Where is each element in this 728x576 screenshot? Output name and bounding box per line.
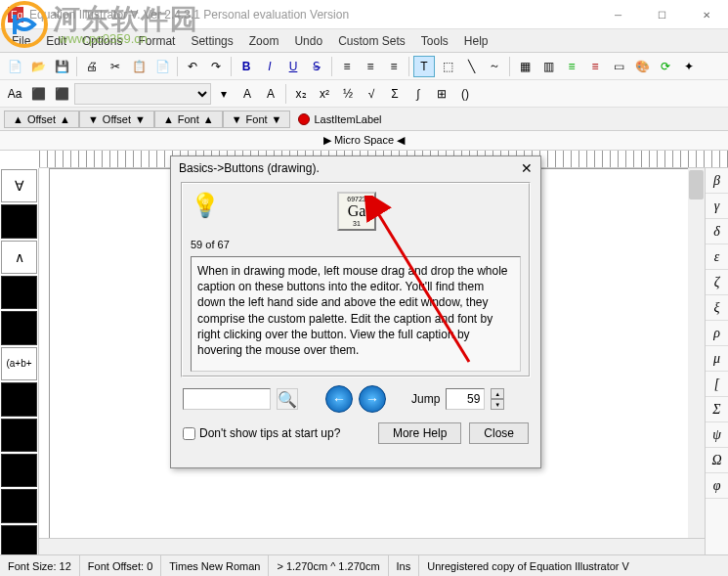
left-symbol-palette: ∀ ∧ (a+b+	[0, 168, 39, 559]
symbol-blank[interactable]	[1, 525, 37, 558]
symbol-rho[interactable]: ρ	[706, 321, 728, 346]
style-icon[interactable]: ⬛	[27, 83, 49, 105]
jump-spinner[interactable]: ▲▼	[491, 388, 504, 410]
sum-icon[interactable]: Σ	[384, 83, 406, 105]
close-button[interactable]: ✕	[684, 0, 728, 29]
paste-icon[interactable]: 📄	[151, 56, 173, 77]
symbol-blank[interactable]	[1, 311, 37, 344]
size-icon[interactable]: A	[236, 83, 258, 105]
jump-input[interactable]	[446, 388, 485, 410]
symbol-blank[interactable]	[1, 454, 37, 487]
symbol-blank[interactable]	[1, 419, 37, 452]
box-icon[interactable]: ▭	[608, 56, 629, 77]
text-tool-icon[interactable]: T	[413, 56, 435, 77]
star-icon[interactable]: ✦	[678, 56, 700, 77]
font-tool-icon[interactable]: Aa	[4, 83, 25, 105]
cut-icon[interactable]: ✂	[105, 56, 126, 77]
menu-tools[interactable]: Tools	[413, 32, 456, 50]
symbol-gamma[interactable]: γ	[706, 194, 728, 219]
symbol-epsilon[interactable]: ε	[706, 244, 728, 270]
menu-settings[interactable]: Settings	[183, 32, 240, 50]
symbol-phi[interactable]: φ	[706, 473, 728, 499]
grid2-icon[interactable]: ▥	[537, 56, 559, 77]
matrix-icon[interactable]: ⊞	[431, 83, 452, 105]
menu-edit[interactable]: Edit	[38, 32, 74, 50]
menu-file[interactable]: File	[4, 32, 38, 50]
symbol-xi[interactable]: ξ	[706, 295, 728, 321]
bracket-icon[interactable]: ()	[454, 83, 476, 105]
symbol-blank[interactable]	[1, 489, 37, 522]
menu-help[interactable]: Help	[456, 32, 496, 50]
symbol-blank[interactable]	[1, 276, 37, 309]
gallium-button[interactable]: 69723 Ga 31	[337, 192, 376, 231]
new-icon[interactable]: 📄	[4, 56, 25, 77]
int-icon[interactable]: ∫	[407, 83, 429, 105]
color-icon[interactable]: 🎨	[631, 56, 653, 77]
symbol-bracket[interactable]: [	[706, 372, 728, 397]
symbol-ab[interactable]: (a+b+	[1, 347, 37, 380]
save-icon[interactable]: 💾	[51, 56, 72, 77]
sqrt-icon[interactable]: √	[361, 83, 382, 105]
size2-icon[interactable]: A	[260, 83, 281, 105]
font-up-button[interactable]: ▲ Font ▲	[154, 111, 223, 128]
align-right-icon[interactable]: ≡	[383, 56, 405, 77]
grid-icon[interactable]: ▦	[514, 56, 535, 77]
close-dialog-button[interactable]: Close	[469, 422, 529, 444]
select-icon[interactable]: ⬚	[437, 56, 458, 77]
dont-show-checkbox[interactable]	[183, 427, 195, 440]
font-size-down-icon[interactable]: ▾	[213, 83, 235, 105]
align-left-icon[interactable]: ≡	[336, 56, 358, 77]
symbol-wedge[interactable]: ∧	[1, 241, 37, 274]
underline-icon[interactable]: U	[282, 56, 304, 77]
font-down-button[interactable]: ▼ Font ▼	[223, 111, 291, 128]
micro-space-bar[interactable]: ▶ Micro Space ◀	[0, 131, 728, 151]
align-center-icon[interactable]: ≡	[360, 56, 381, 77]
redo-icon[interactable]: ↷	[205, 56, 227, 77]
symbol-psi[interactable]: ψ	[706, 422, 728, 448]
sup-icon[interactable]: x²	[314, 83, 335, 105]
search-icon[interactable]: 🔍	[277, 388, 298, 410]
menu-zoom[interactable]: Zoom	[241, 32, 287, 50]
lines-icon[interactable]: ≡	[561, 56, 582, 77]
symbol-mu[interactable]: μ	[706, 346, 728, 372]
curve-icon[interactable]: ～	[484, 56, 505, 77]
symbol-blank[interactable]	[1, 204, 37, 238]
symbol-sigma[interactable]: Σ	[706, 397, 728, 422]
next-tip-button[interactable]: →	[359, 385, 386, 413]
menu-options[interactable]: Options	[74, 32, 130, 50]
search-input[interactable]	[183, 388, 271, 410]
menu-custom-sets[interactable]: Custom Sets	[330, 32, 413, 50]
copy-icon[interactable]: 📋	[128, 56, 150, 77]
italic-icon[interactable]: I	[259, 56, 280, 77]
offset-up-button[interactable]: ▲ Offset ▲	[4, 111, 79, 128]
undo-icon[interactable]: ↶	[182, 56, 203, 77]
scrollbar-thumb[interactable]	[689, 170, 704, 199]
minimize-button[interactable]: ─	[596, 0, 640, 29]
menu-undo[interactable]: Undo	[286, 32, 330, 50]
font-family-select[interactable]	[74, 83, 211, 105]
style2-icon[interactable]: ⬛	[51, 83, 72, 105]
symbol-beta[interactable]: β	[706, 168, 728, 194]
symbol-blank[interactable]	[1, 382, 37, 416]
bold-icon[interactable]: B	[236, 56, 257, 77]
horizontal-scrollbar[interactable]	[39, 538, 705, 554]
symbol-zeta[interactable]: ζ	[706, 270, 728, 295]
vertical-scrollbar[interactable]	[688, 168, 705, 559]
line-icon[interactable]: ╲	[460, 56, 482, 77]
symbol-delta[interactable]: δ	[706, 219, 728, 244]
symbol-omega[interactable]: Ω	[706, 448, 728, 473]
symbol-forall[interactable]: ∀	[1, 169, 37, 202]
sub-icon[interactable]: x₂	[290, 83, 312, 105]
offset-down-button[interactable]: ▼ Offset ▼	[79, 111, 154, 128]
dialog-close-button[interactable]: ✕	[517, 158, 536, 178]
maximize-button[interactable]: ☐	[640, 0, 684, 29]
strikethrough-icon[interactable]: S̶	[306, 56, 327, 77]
more-help-button[interactable]: More Help	[378, 422, 461, 444]
prev-tip-button[interactable]: ←	[325, 385, 353, 413]
menu-format[interactable]: Format	[130, 32, 183, 50]
frac-icon[interactable]: ½	[337, 83, 359, 105]
print-icon[interactable]: 🖨	[81, 56, 103, 77]
open-icon[interactable]: 📂	[27, 56, 49, 77]
lines2-icon[interactable]: ≡	[584, 56, 606, 77]
refresh-icon[interactable]: ⟳	[655, 56, 676, 77]
